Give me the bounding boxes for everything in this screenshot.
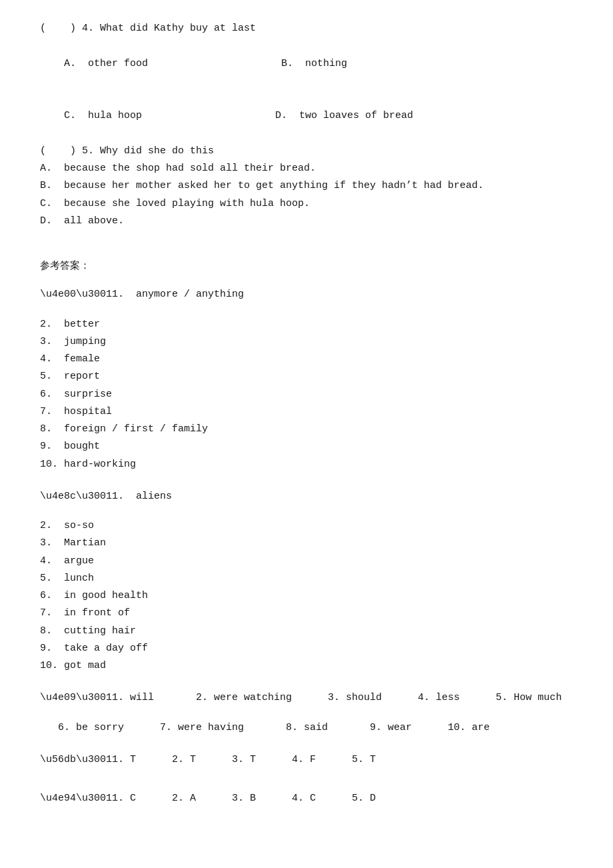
section2-item-3: 3. Martian [40, 535, 573, 552]
section2-item-6: 6. in good health [40, 587, 573, 605]
q5-option-d: D. all above. [40, 213, 573, 230]
section4-row: \u56db\u30011. T 2. T 3. T 4. F 5. T [40, 751, 573, 769]
section3: \u4e09\u30011. will 2. were watching 3. … [40, 689, 573, 737]
section2-item-5: 5. lunch [40, 570, 573, 587]
section1-item-10: 10. hard-working [40, 456, 573, 473]
section1-item-4: 4. female [40, 351, 573, 368]
section2-item-1: \u4e8c\u30011. aliens [40, 488, 573, 505]
section1-item-1: \u4e00\u30011. anymore / anything [40, 286, 573, 303]
answers-section: 参考答案： \u4e00\u30011. anymore / anything … [40, 258, 573, 807]
section2-item-7: 7. in front of [40, 605, 573, 622]
section1: \u4e00\u30011. anymore / anything 2. bet… [40, 286, 573, 473]
section2-item-8: 8. cutting hair [40, 623, 573, 640]
section3-row1: \u4e09\u30011. will 2. were watching 3. … [40, 689, 573, 707]
section1-item-3: 3. jumping [40, 333, 573, 351]
section1-item-5: 5. report [40, 368, 573, 385]
section2-item-4: 4. argue [40, 553, 573, 570]
q5-stem: ( ) 5. Why did she do this [40, 143, 573, 160]
section2: \u4e8c\u30011. aliens 2. so-so 3. Martia… [40, 488, 573, 675]
section1-item-8: 8. foreign / first / family [40, 421, 573, 438]
section2-item-10: 10. got mad [40, 657, 573, 675]
section1-item-9: 9. bought [40, 438, 573, 455]
section3-row2: 6. be sorry 7. were having 8. said 9. we… [40, 719, 573, 737]
section2-item-2: 2. so-so [40, 517, 573, 535]
section5-row: \u4e94\u30011. C 2. A 3. B 4. C 5. D [40, 790, 573, 807]
section1-item-2: 2. better [40, 316, 573, 333]
section4: \u56db\u30011. T 2. T 3. T 4. F 5. T [40, 751, 573, 769]
section2-item-9: 9. take a day off [40, 640, 573, 657]
q4-stem: ( ) 4. What did Kathy buy at last [40, 20, 573, 37]
question-4-section: ( ) 4. What did Kathy buy at last A. oth… [40, 20, 573, 143]
section1-item-7: 7. hospital [40, 403, 573, 421]
q4-option-c: C. hula hoopD. two loaves of bread [40, 90, 573, 143]
q5-option-a: A. because the shop had sold all their b… [40, 160, 573, 177]
section5: \u4e94\u30011. C 2. A 3. B 4. C 5. D [40, 790, 573, 807]
q5-option-c: C. because she loved playing with hula h… [40, 195, 573, 213]
section1-item-6: 6. surprise [40, 386, 573, 403]
answers-header: 参考答案： [40, 258, 573, 275]
question-5-section: ( ) 5. Why did she do this A. because th… [40, 143, 573, 230]
q4-option-a: A. other foodB. nothing [40, 37, 573, 90]
q5-option-b: B. because her mother asked her to get a… [40, 177, 573, 195]
